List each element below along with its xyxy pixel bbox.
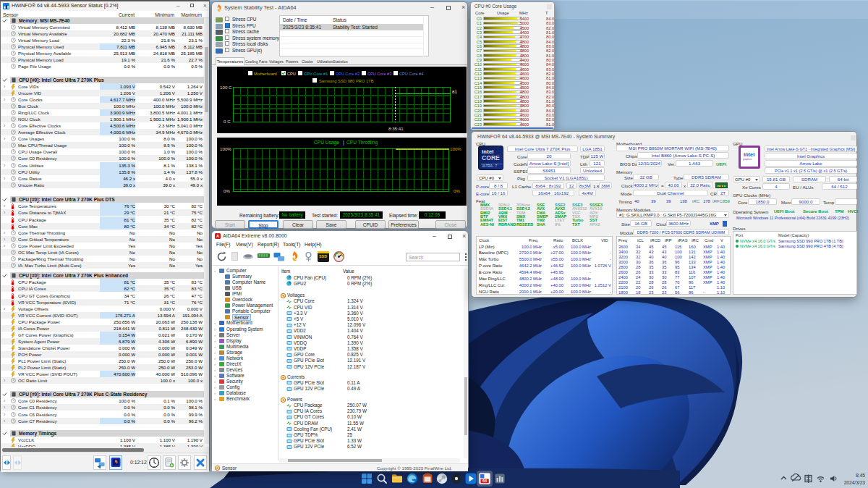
- svg-text:A: A: [216, 234, 219, 238]
- svg-text:64: 64: [482, 479, 487, 483]
